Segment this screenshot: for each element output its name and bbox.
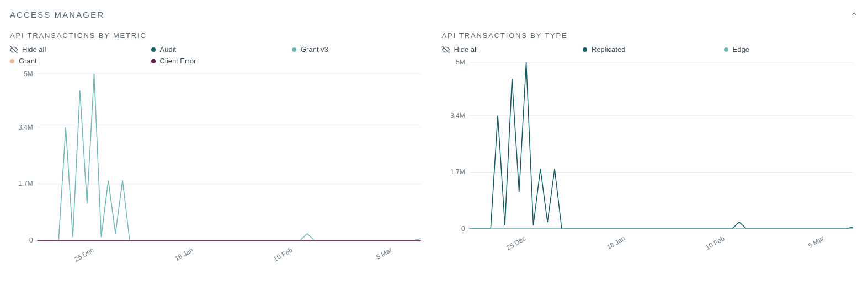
collapse-button[interactable] (850, 10, 858, 19)
svg-text:5 Mar: 5 Mar (375, 246, 393, 261)
svg-text:3.4M: 3.4M (450, 112, 465, 120)
legend-hide-all[interactable]: Hide all (442, 45, 577, 53)
svg-text:10 Feb: 10 Feb (272, 246, 294, 262)
legend-label: Client Error (160, 57, 196, 65)
svg-text:25 Dec: 25 Dec (505, 234, 527, 251)
legend-item-edge[interactable]: Edge (724, 45, 859, 53)
legend-item-grant[interactable]: Grant (10, 57, 145, 65)
chart-metric: API TRANSACTIONS BY METRIC Hide all Audi… (10, 31, 427, 262)
eye-off-icon (10, 46, 18, 53)
legend-item-grant-v3[interactable]: Grant v3 (292, 45, 427, 53)
svg-text:3.4M: 3.4M (18, 123, 33, 131)
legend-item-client-error[interactable]: Client Error (151, 57, 286, 65)
chart-type: API TRANSACTIONS BY TYPE Hide all Replic… (442, 31, 859, 262)
legend-label: Edge (733, 45, 749, 53)
charts-row: API TRANSACTIONS BY METRIC Hide all Audi… (10, 31, 858, 262)
chevron-up-icon (850, 10, 858, 18)
chart-metric-legend: Hide all Audit Grant v3 Grant Client Err… (10, 45, 427, 65)
chart-metric-title: API TRANSACTIONS BY METRIC (10, 31, 427, 40)
legend-hide-all-label: Hide all (454, 45, 478, 53)
legend-label: Grant v3 (301, 45, 328, 53)
panel-header: ACCESS MANAGER (10, 10, 858, 19)
svg-text:1.7M: 1.7M (18, 180, 33, 187)
panel-title: ACCESS MANAGER (10, 10, 104, 19)
legend-hide-all-label: Hide all (22, 45, 46, 53)
legend-label: Audit (160, 45, 177, 53)
swatch-icon (583, 47, 587, 52)
legend-item-replicated[interactable]: Replicated (583, 45, 717, 53)
eye-off-icon (442, 46, 450, 53)
access-manager-panel: ACCESS MANAGER API TRANSACTIONS BY METRI… (0, 0, 868, 276)
swatch-icon (724, 47, 728, 52)
chart-metric-plot: 01.7M3.4M5M25 Dec18 Jan10 Feb5 Mar (10, 69, 427, 262)
svg-text:5 Mar: 5 Mar (807, 234, 825, 249)
chart-type-plot: 01.7M3.4M5M25 Dec18 Jan10 Feb5 Mar (442, 58, 859, 251)
swatch-icon (292, 47, 296, 52)
chart-type-legend: Hide all Replicated Edge (442, 45, 859, 53)
svg-text:5M: 5M (24, 70, 33, 78)
svg-text:0: 0 (29, 236, 33, 244)
swatch-icon (10, 59, 14, 63)
legend-label: Grant (19, 57, 37, 65)
svg-text:10 Feb: 10 Feb (704, 234, 726, 251)
swatch-icon (151, 59, 156, 63)
legend-label: Replicated (592, 45, 625, 53)
svg-text:25 Dec: 25 Dec (73, 246, 95, 262)
svg-text:1.7M: 1.7M (450, 168, 465, 176)
legend-hide-all[interactable]: Hide all (10, 45, 145, 53)
swatch-icon (151, 47, 156, 52)
svg-text:5M: 5M (456, 58, 465, 66)
svg-text:0: 0 (461, 225, 465, 233)
svg-text:18 Jan: 18 Jan (605, 234, 626, 251)
legend-item-audit[interactable]: Audit (151, 45, 286, 53)
chart-type-title: API TRANSACTIONS BY TYPE (442, 31, 859, 40)
svg-text:18 Jan: 18 Jan (173, 246, 194, 262)
